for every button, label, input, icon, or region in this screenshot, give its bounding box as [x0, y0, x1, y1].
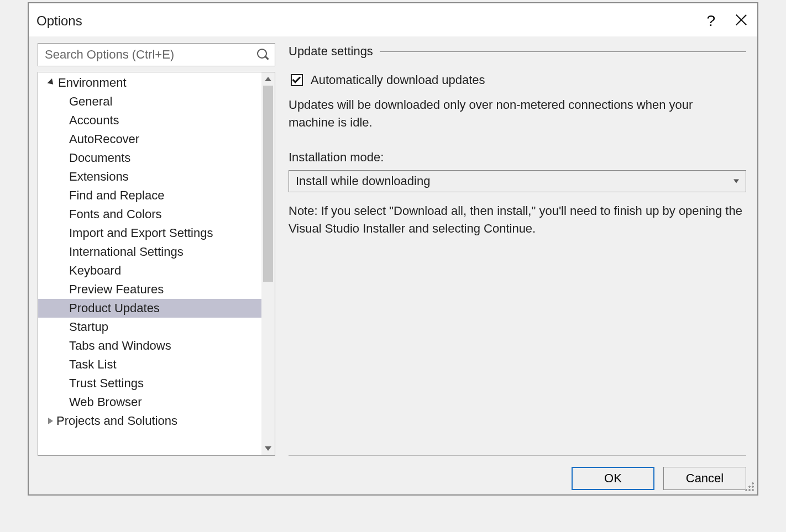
navigation-column: EnvironmentGeneralAccountsAutoRecoverDoc…	[38, 43, 275, 456]
tree-item-label: Tabs and Windows	[69, 339, 171, 352]
tree-item-find-and-replace[interactable]: Find and Replace	[38, 186, 261, 205]
install-mode-value: Install while downloading	[296, 174, 430, 188]
tree-scrollbar[interactable]	[261, 72, 275, 455]
tree-item-label: Fonts and Colors	[69, 207, 162, 221]
tree-item-label: Startup	[69, 320, 108, 334]
tree-root-environment[interactable]: Environment	[38, 73, 261, 92]
tree-item-label: Documents	[69, 151, 130, 165]
tree-item-label: Find and Replace	[69, 188, 164, 202]
expander-open-icon	[48, 78, 56, 87]
tree-item-international-settings[interactable]: International Settings	[38, 243, 261, 261]
dialog-footer: OK Cancel	[29, 456, 757, 494]
search-icon	[257, 49, 269, 61]
auto-download-label: Automatically download updates	[311, 73, 485, 87]
checkmark-icon	[292, 75, 301, 83]
scroll-up-button[interactable]	[261, 72, 275, 86]
options-tree: EnvironmentGeneralAccountsAutoRecoverDoc…	[38, 72, 275, 456]
tree-item-trust-settings[interactable]: Trust Settings	[38, 374, 261, 393]
section-title: Update settings	[289, 44, 373, 59]
tree-item-fonts-and-colors[interactable]: Fonts and Colors	[38, 205, 261, 224]
chevron-up-icon	[265, 77, 271, 81]
dialog-title: Options	[36, 13, 706, 29]
resize-grip[interactable]	[745, 482, 755, 492]
tree-item-label: Extensions	[69, 170, 129, 183]
chevron-down-icon	[265, 446, 271, 451]
install-mode-dropdown[interactable]: Install while downloading	[289, 170, 746, 192]
tree-item-import-and-export-settings[interactable]: Import and Export Settings	[38, 224, 261, 243]
tree-item-label: Keyboard	[69, 264, 121, 277]
auto-download-checkbox[interactable]	[291, 74, 303, 86]
auto-download-description: Updates will be downloaded only over non…	[289, 96, 736, 131]
close-icon	[735, 14, 747, 26]
tree-item-label: Web Browser	[69, 395, 142, 409]
settings-panel: Update settings Automatically download u…	[275, 43, 746, 456]
scroll-down-button[interactable]	[261, 442, 275, 455]
tree-item-product-updates[interactable]: Product Updates	[38, 299, 261, 318]
tree-item-task-list[interactable]: Task List	[38, 355, 261, 374]
dialog-body: EnvironmentGeneralAccountsAutoRecoverDoc…	[29, 36, 757, 456]
tree-item-preview-features[interactable]: Preview Features	[38, 280, 261, 299]
tree-item-label: Projects and Solutions	[56, 414, 177, 428]
section-rule	[380, 51, 746, 52]
tree-item-startup[interactable]: Startup	[38, 318, 261, 336]
tree-root-projects-and-solutions[interactable]: Projects and Solutions	[38, 412, 261, 430]
tree-item-extensions[interactable]: Extensions	[38, 167, 261, 186]
help-icon[interactable]: ?	[706, 13, 715, 29]
search-input[interactable]	[44, 47, 257, 62]
tree-item-documents[interactable]: Documents	[38, 149, 261, 167]
chevron-down-icon	[733, 179, 739, 183]
tree-item-web-browser[interactable]: Web Browser	[38, 393, 261, 412]
close-button[interactable]	[735, 14, 747, 28]
tree-item-general[interactable]: General	[38, 92, 261, 111]
tree-item-label: Environment	[58, 76, 127, 89]
options-dialog: Options ? EnvironmentGeneralAccountsAuto…	[28, 2, 758, 496]
tree-item-label: Accounts	[69, 113, 119, 127]
install-mode-note: Note: If you select "Download all, then …	[289, 202, 746, 238]
install-mode-label: Installation mode:	[289, 150, 746, 165]
tree-item-label: Preview Features	[69, 282, 164, 296]
tree-item-label: General	[69, 94, 112, 108]
tree-item-label: Import and Export Settings	[69, 226, 213, 240]
tree-item-label: International Settings	[69, 245, 184, 259]
titlebar: Options ?	[29, 3, 757, 36]
section-header: Update settings	[289, 44, 746, 59]
titlebar-controls: ?	[706, 13, 752, 29]
scroll-track[interactable]	[261, 86, 275, 442]
tree-item-label: Task List	[69, 357, 117, 371]
tree-item-accounts[interactable]: Accounts	[38, 111, 261, 130]
tree-item-keyboard[interactable]: Keyboard	[38, 261, 261, 280]
auto-download-row: Automatically download updates	[289, 73, 746, 87]
tree-item-tabs-and-windows[interactable]: Tabs and Windows	[38, 336, 261, 355]
tree-item-label: AutoRecover	[69, 132, 139, 146]
tree-item-label: Trust Settings	[69, 376, 144, 390]
tree-scroll[interactable]: EnvironmentGeneralAccountsAutoRecoverDoc…	[38, 72, 261, 455]
cancel-button[interactable]: Cancel	[663, 467, 746, 490]
expander-closed-icon	[48, 418, 53, 424]
ok-button[interactable]: OK	[572, 467, 654, 490]
tree-item-autorecover[interactable]: AutoRecover	[38, 130, 261, 149]
search-box[interactable]	[38, 43, 275, 66]
scroll-thumb[interactable]	[263, 86, 273, 282]
tree-item-label: Product Updates	[69, 301, 160, 315]
